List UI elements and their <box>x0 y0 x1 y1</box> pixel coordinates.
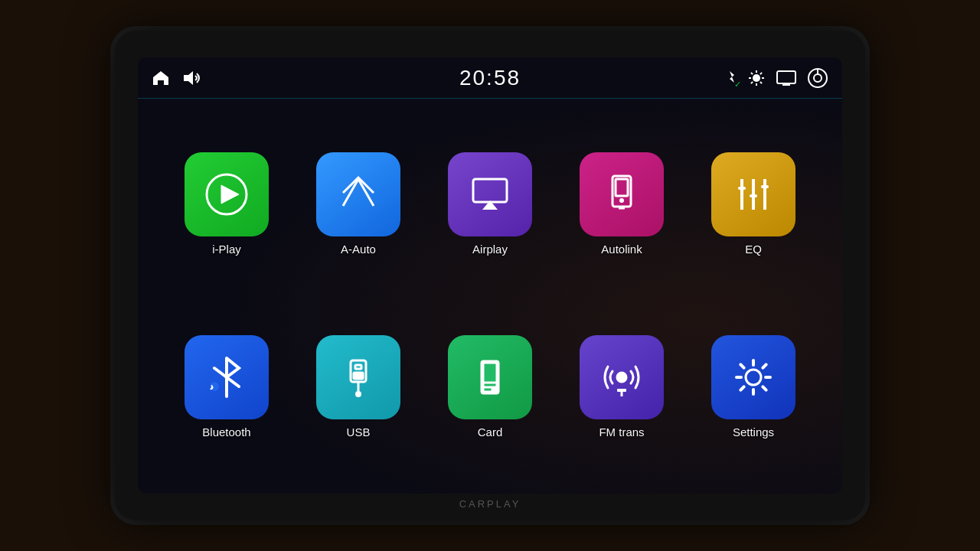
usb-icon <box>316 335 400 419</box>
app-eq[interactable]: EQ <box>698 152 809 256</box>
brightness-icon[interactable] <box>747 69 766 87</box>
status-right: ✓ <box>723 67 828 89</box>
app-bluetooth[interactable]: ♪ Bluetooth <box>172 335 283 439</box>
aauto-label: A-Auto <box>341 243 376 256</box>
svg-marker-0 <box>184 71 193 85</box>
iplay-icon <box>185 152 269 236</box>
svg-line-7 <box>760 81 762 83</box>
airplay-icon <box>448 152 532 236</box>
svg-line-6 <box>751 72 753 73</box>
svg-point-44 <box>746 370 761 385</box>
bluetooth-label: Bluetooth <box>202 425 250 439</box>
screen: 20:58 ✓ <box>138 57 842 494</box>
bluetooth-check: ✓ <box>734 80 741 90</box>
svg-rect-21 <box>616 179 628 196</box>
svg-rect-40 <box>484 388 492 391</box>
svg-point-1 <box>753 74 760 82</box>
fmtrans-label: FM trans <box>599 425 644 439</box>
app-card[interactable]: Card <box>435 335 546 439</box>
iplay-label: i-Play <box>212 243 241 256</box>
eq-icon <box>711 152 795 236</box>
card-label: Card <box>478 425 503 439</box>
svg-rect-25 <box>738 187 746 190</box>
settings-icon <box>711 335 795 419</box>
settings-label: Settings <box>733 425 774 439</box>
svg-text:♪: ♪ <box>210 383 214 391</box>
svg-rect-29 <box>761 185 769 188</box>
eq-label: EQ <box>745 243 762 256</box>
card-icon <box>448 335 532 419</box>
svg-rect-39 <box>484 383 496 386</box>
status-left <box>152 70 202 86</box>
status-bar: 20:58 ✓ <box>138 57 842 99</box>
aauto-icon <box>316 152 400 236</box>
app-autolink[interactable]: Autolink <box>567 152 678 256</box>
airplay-label: Airplay <box>472 243 508 256</box>
app-fmtrans[interactable]: FM trans <box>567 335 678 439</box>
app-aauto[interactable]: A-Auto <box>303 152 414 256</box>
autolink-label: Autolink <box>601 243 642 256</box>
svg-point-22 <box>619 198 624 203</box>
svg-rect-42 <box>617 389 626 392</box>
app-grid: i-Play A-Auto <box>138 99 842 494</box>
svg-point-35 <box>355 391 361 397</box>
autolink-icon <box>580 152 664 236</box>
svg-point-14 <box>814 74 822 82</box>
screen-icon[interactable] <box>776 70 796 86</box>
svg-rect-38 <box>484 364 496 382</box>
radio-icon[interactable] <box>807 67 828 89</box>
svg-line-8 <box>760 72 762 73</box>
volume-icon[interactable] <box>182 70 202 86</box>
bluetooth-status-icon: ✓ <box>723 70 737 86</box>
svg-point-43 <box>617 373 626 382</box>
device-frame: 20:58 ✓ <box>115 31 865 520</box>
usb-label: USB <box>347 425 371 439</box>
fmtrans-icon <box>580 335 664 419</box>
svg-rect-27 <box>750 194 757 197</box>
svg-rect-10 <box>777 71 795 83</box>
bluetooth-icon: ♪ <box>185 335 269 419</box>
home-icon[interactable] <box>152 70 170 86</box>
svg-marker-17 <box>221 185 239 204</box>
svg-rect-33 <box>355 365 361 369</box>
app-iplay[interactable]: i-Play <box>172 152 283 256</box>
app-settings[interactable]: Settings <box>698 335 809 439</box>
clock: 20:58 <box>459 66 521 90</box>
app-airplay[interactable]: Airplay <box>435 152 546 256</box>
app-usb[interactable]: USB <box>303 335 414 439</box>
svg-rect-36 <box>354 373 363 379</box>
svg-line-9 <box>751 81 753 83</box>
brand-label: carplay <box>459 498 521 510</box>
svg-rect-18 <box>473 179 507 202</box>
